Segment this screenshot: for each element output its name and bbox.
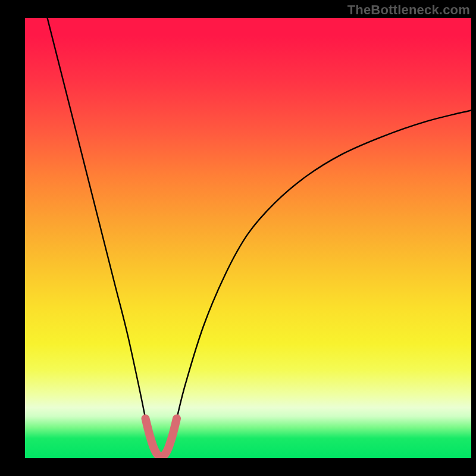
curve-layer <box>25 18 471 458</box>
highlight-zone-path <box>146 418 177 456</box>
chart-stage: TheBottleneck.com <box>0 0 476 476</box>
bottleneck-curve-path <box>48 18 472 457</box>
plot-area <box>25 18 471 458</box>
watermark-text: TheBottleneck.com <box>347 2 470 18</box>
